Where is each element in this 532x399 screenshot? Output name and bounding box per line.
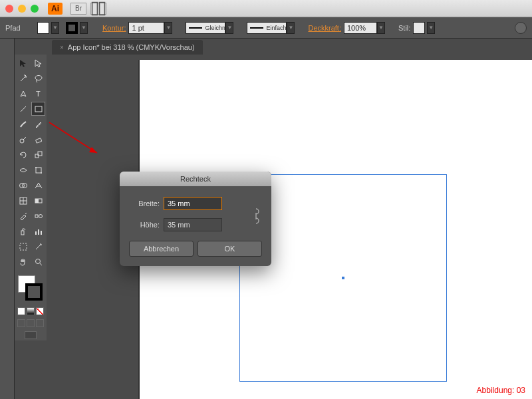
stroke-label[interactable]: Kontur: [102, 24, 126, 32]
brush-field[interactable]: Einfach [247, 22, 287, 34]
type-tool[interactable]: T [31, 86, 45, 100]
svg-rect-1 [100, 2, 105, 15]
app-badge: Ai [48, 3, 63, 15]
constrain-proportions-icon[interactable] [250, 206, 262, 226]
stroke-dropdown[interactable]: ▼ [80, 22, 88, 34]
tab-close-icon[interactable]: × [60, 44, 64, 51]
scale-tool[interactable] [31, 148, 45, 162]
svg-rect-20 [21, 231, 24, 235]
paintbrush-tool[interactable] [16, 117, 30, 131]
style-dropdown[interactable]: ▼ [427, 22, 435, 34]
rotate-tool[interactable] [16, 148, 30, 162]
document-tab[interactable]: × App Icon* bei 318 % (CMYK/Vorschau) [52, 40, 203, 55]
blend-tool[interactable] [31, 209, 45, 223]
window-title-bar: Ai Br [0, 0, 532, 17]
hand-tool[interactable] [16, 255, 30, 269]
fill-dropdown[interactable]: ▼ [51, 22, 59, 34]
document-tab-bar: × App Icon* bei 318 % (CMYK/Vorschau) [0, 39, 532, 55]
svg-rect-17 [35, 199, 39, 203]
figure-caption: Abbildung: 03 [477, 386, 525, 395]
artboard-tool[interactable] [16, 239, 30, 253]
perspective-grid-tool[interactable] [31, 178, 45, 192]
stroke-weight-dropdown[interactable]: ▼ [164, 22, 172, 34]
ok-button[interactable]: OK [198, 241, 262, 257]
eyedropper-tool[interactable] [16, 209, 30, 223]
svg-point-19 [39, 214, 42, 217]
arrange-documents-button[interactable] [90, 3, 106, 15]
cancel-button[interactable]: Abbrechen [129, 241, 194, 257]
brush-dropdown[interactable]: ▼ [287, 22, 295, 34]
tools-panel: T [15, 55, 47, 340]
rectangle-dialog: Rechteck Breite: Höhe: Abbrechen OK [120, 172, 271, 266]
screen-mode-button[interactable] [25, 331, 37, 339]
svg-point-11 [35, 167, 37, 168]
opacity-dropdown[interactable]: ▼ [377, 22, 385, 34]
height-label: Höhe: [129, 221, 160, 229]
close-window-button[interactable] [5, 5, 13, 13]
dialog-title: Rechteck [120, 172, 271, 186]
free-transform-tool[interactable] [31, 163, 45, 177]
svg-rect-5 [35, 106, 42, 112]
zoom-tool[interactable] [31, 255, 45, 269]
symbol-sprayer-tool[interactable] [16, 224, 30, 238]
bridge-button[interactable]: Br [70, 3, 86, 15]
svg-rect-22 [38, 229, 39, 235]
selection-type-label: Pfad [5, 24, 32, 32]
svg-point-2 [35, 75, 42, 80]
draw-normal-button[interactable] [17, 319, 25, 327]
document-setup-button[interactable] [515, 22, 527, 34]
svg-rect-21 [35, 231, 37, 235]
minimize-window-button[interactable] [18, 5, 26, 13]
stroke-profile-dropdown[interactable]: ▼ [225, 22, 233, 34]
opacity-label[interactable]: Deckkraft: [308, 24, 341, 32]
style-label: Stil: [398, 24, 410, 32]
svg-line-4 [21, 106, 26, 112]
height-input[interactable] [164, 218, 222, 231]
gradient-tool[interactable] [31, 194, 45, 207]
color-mode-button[interactable] [17, 307, 25, 315]
svg-rect-18 [35, 215, 38, 217]
fill-swatch[interactable] [37, 22, 49, 34]
fill-stroke-indicator[interactable] [16, 274, 45, 305]
style-swatch[interactable] [413, 22, 425, 34]
svg-rect-24 [20, 243, 27, 250]
width-tool[interactable] [16, 163, 30, 177]
mesh-tool[interactable] [16, 194, 30, 207]
width-label: Breite: [129, 200, 160, 207]
gradient-mode-button[interactable] [27, 307, 35, 315]
column-graph-tool[interactable] [31, 224, 45, 238]
magic-wand-tool[interactable] [16, 71, 30, 85]
fill-stroke-swatches[interactable]: ▼ ▼ [37, 22, 94, 34]
control-bar: Pfad ▼ ▼ Kontur: 1 pt ▼ Gleichm. ▼ Einfa… [0, 17, 532, 39]
rectangle-tool[interactable] [31, 102, 45, 116]
stroke-swatch[interactable] [66, 22, 78, 34]
width-input[interactable] [164, 197, 222, 210]
slice-tool[interactable] [31, 239, 45, 253]
none-mode-button[interactable] [36, 307, 44, 315]
svg-marker-28 [89, 147, 97, 153]
eraser-tool[interactable] [31, 132, 45, 146]
pencil-tool[interactable] [31, 117, 45, 131]
canvas-area[interactable]: Rechteck Breite: Höhe: Abbrechen OK Abbi… [47, 55, 532, 399]
stroke-weight-field[interactable]: 1 pt [128, 22, 164, 34]
selection-tool[interactable] [16, 56, 30, 70]
svg-rect-0 [92, 2, 98, 15]
draw-inside-button[interactable] [36, 319, 44, 327]
opacity-field[interactable]: 100% [344, 22, 377, 34]
pen-tool[interactable] [16, 86, 30, 100]
svg-point-12 [41, 172, 42, 174]
svg-line-27 [49, 122, 97, 153]
stroke-profile-field[interactable]: Gleichm. [186, 22, 225, 34]
traffic-lights [5, 5, 39, 13]
shape-builder-tool[interactable] [16, 178, 30, 192]
svg-text:T: T [36, 90, 41, 98]
stroke-indicator[interactable] [25, 283, 43, 301]
svg-rect-10 [36, 168, 41, 173]
line-tool[interactable] [16, 102, 30, 116]
zoom-window-button[interactable] [31, 5, 39, 13]
svg-point-25 [35, 259, 40, 263]
lasso-tool[interactable] [31, 71, 45, 85]
draw-behind-button[interactable] [27, 319, 35, 327]
direct-selection-tool[interactable] [31, 56, 45, 70]
blob-brush-tool[interactable] [16, 132, 30, 146]
